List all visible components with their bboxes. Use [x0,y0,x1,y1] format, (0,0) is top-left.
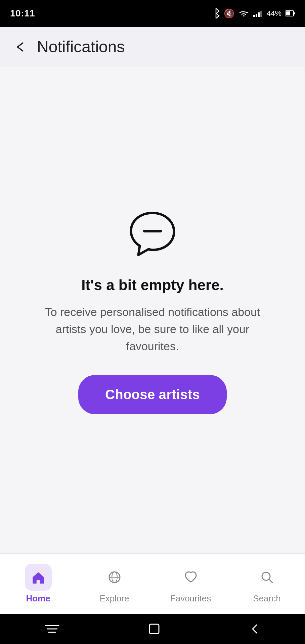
explore-icon-wrapper [101,564,128,591]
svg-rect-3 [260,11,262,17]
empty-title: It's a bit empty here. [81,277,224,293]
svg-line-12 [269,579,272,583]
recent-apps-button[interactable] [44,624,60,634]
favourites-icon-wrapper [177,564,204,591]
nav-item-search[interactable]: Search [229,564,305,604]
status-bar: 10:11 🔇 44% [0,0,305,27]
empty-state-icon [126,206,179,260]
signal-icon [253,10,263,17]
bluetooth-icon [212,8,220,18]
svg-rect-16 [149,624,159,634]
bottom-nav: Home Explore Favourites Search [0,553,305,614]
battery-indicator: 44% [267,9,281,18]
nav-label-explore: Explore [99,593,129,604]
svg-rect-0 [253,15,255,17]
system-home-button[interactable] [148,623,160,635]
battery-icon [286,10,295,17]
page-title: Notifications [37,38,125,56]
mute-icon: 🔇 [224,8,234,19]
system-back-button[interactable] [249,623,261,635]
choose-artists-button[interactable]: Choose artists [78,375,227,414]
nav-label-search: Search [253,593,280,604]
status-time: 10:11 [10,8,35,19]
system-nav-bar [0,614,305,644]
home-icon-wrapper [25,564,52,591]
nav-item-explore[interactable]: Explore [76,564,152,604]
search-icon-wrapper [254,564,280,591]
svg-rect-5 [286,11,290,15]
svg-rect-6 [294,12,295,14]
status-icons: 🔇 44% [212,8,295,19]
nav-item-home[interactable]: Home [0,564,76,604]
nav-label-home: Home [26,593,50,604]
nav-label-favourites: Favourites [170,593,211,604]
main-content: It's a bit empty here. To receive person… [0,67,305,553]
empty-description: To receive personalised notifications ab… [35,304,270,355]
svg-rect-2 [258,12,260,17]
top-nav-bar: Notifications [0,27,305,67]
back-button[interactable] [10,37,30,57]
svg-rect-7 [143,230,162,232]
wifi-icon [238,9,249,17]
nav-item-favourites[interactable]: Favourites [152,564,229,604]
svg-rect-1 [256,14,257,17]
back-arrow-icon [13,40,27,54]
